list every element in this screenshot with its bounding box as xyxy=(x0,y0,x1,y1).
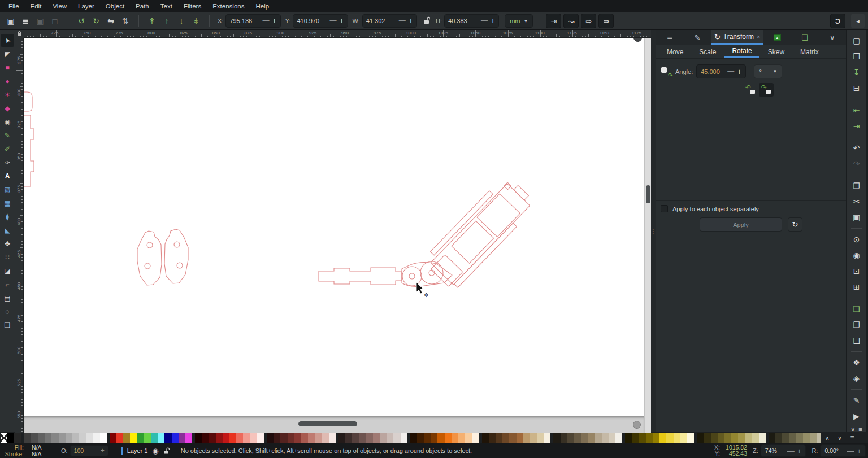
color-swatch[interactable] xyxy=(417,433,424,443)
snap-toggle-button[interactable]: Ɔ xyxy=(830,14,845,28)
node-tool[interactable]: ◤ xyxy=(1,47,14,60)
menu-filters[interactable]: Filters xyxy=(178,0,207,12)
rotation-value[interactable]: 0.00° xyxy=(824,447,843,454)
move-patterns-toggle[interactable]: ↝ xyxy=(563,14,579,28)
apply-separately-checkbox[interactable] xyxy=(661,205,668,212)
color-swatch[interactable] xyxy=(345,433,352,443)
color-swatch[interactable] xyxy=(567,433,574,443)
color-swatch[interactable] xyxy=(24,433,31,443)
color-swatch[interactable] xyxy=(229,433,236,443)
connector-tool[interactable]: ⌐ xyxy=(1,278,14,291)
deselect-button[interactable]: ▣ xyxy=(33,14,47,28)
fill-stroke-tab[interactable]: ✎ xyxy=(684,30,711,45)
color-swatch[interactable] xyxy=(574,433,581,443)
select-all-button[interactable]: ▣ xyxy=(3,14,18,28)
pen-tool[interactable]: ✐ xyxy=(1,142,14,155)
color-swatch[interactable] xyxy=(257,433,264,443)
zoom-selection-button[interactable]: ⊙ xyxy=(849,233,864,246)
color-swatch[interactable] xyxy=(393,433,400,443)
color-swatch[interactable] xyxy=(530,433,537,443)
color-swatch[interactable] xyxy=(172,433,179,443)
color-swatch[interactable] xyxy=(14,433,21,443)
color-swatch[interactable] xyxy=(489,433,496,443)
color-swatch[interactable] xyxy=(718,433,724,443)
menu-object[interactable]: Object xyxy=(100,0,130,12)
color-swatch[interactable] xyxy=(387,433,393,443)
color-swatch[interactable] xyxy=(288,433,294,443)
stroke-value[interactable]: N/A xyxy=(32,451,54,457)
color-swatch[interactable] xyxy=(431,433,437,443)
menu-edit[interactable]: Edit xyxy=(25,0,47,12)
drawing[interactable] xyxy=(24,38,644,432)
color-swatch[interactable] xyxy=(352,433,359,443)
angle-increment[interactable]: + xyxy=(737,67,741,76)
color-swatch[interactable] xyxy=(458,433,465,443)
transform-tab[interactable]: ↻Transform× xyxy=(711,30,763,45)
color-swatch[interactable] xyxy=(680,433,687,443)
color-swatch[interactable] xyxy=(123,433,130,443)
color-swatch[interactable] xyxy=(366,433,373,443)
angle-decrement[interactable]: — xyxy=(727,67,734,76)
w-field-value[interactable]: 41.302 xyxy=(366,18,396,24)
opacity-value[interactable]: 100 xyxy=(74,447,88,454)
menu-help[interactable]: Help xyxy=(250,0,275,12)
tweak-tool[interactable]: ✥ xyxy=(1,237,14,250)
select-bounding-box-button[interactable]: ◻ xyxy=(47,14,62,28)
color-swatch[interactable] xyxy=(72,433,79,443)
x-field[interactable]: 795.136—+ xyxy=(225,14,280,28)
unlink-clone-button[interactable]: ❑ xyxy=(849,334,864,347)
rotate-clockwise-button[interactable]: ↷ xyxy=(759,83,774,97)
lock-ratio-toggle[interactable] xyxy=(423,16,430,25)
commands-collapse-icon[interactable]: ∨ xyxy=(850,426,855,433)
move-gradients-toggle[interactable]: ⇥ xyxy=(546,14,561,28)
canvas-scroll-lock-button[interactable] xyxy=(633,421,641,429)
tab-matrix[interactable]: Matrix xyxy=(793,45,826,58)
color-swatch[interactable] xyxy=(653,433,659,443)
vertical-scrollbar[interactable] xyxy=(644,38,651,433)
h-field[interactable]: 40.383—+ xyxy=(444,14,499,28)
color-swatch[interactable] xyxy=(745,433,752,443)
current-layer-label[interactable]: Layer 1 xyxy=(127,447,148,454)
vertical-ruler[interactable]: 275300325350375400425450475500525550 xyxy=(15,38,24,433)
palette-scroll-up-button[interactable]: ∧ xyxy=(821,433,834,443)
color-swatch[interactable] xyxy=(243,433,250,443)
color-swatch[interactable] xyxy=(59,433,66,443)
group-button[interactable]: ❖ xyxy=(849,356,864,369)
color-swatch[interactable] xyxy=(380,433,387,443)
layer-lock-icon[interactable] xyxy=(163,447,170,454)
color-swatch[interactable] xyxy=(496,433,502,443)
w-field[interactable]: 41.302—+ xyxy=(362,14,417,28)
color-swatch[interactable] xyxy=(158,433,164,443)
angle-unit-dropdown[interactable]: ° ▼ xyxy=(754,64,782,78)
layer-visibility-icon[interactable]: ◉ xyxy=(152,447,158,455)
h-field-decrement[interactable]: — xyxy=(481,16,488,25)
vertical-scrollbar-thumb[interactable] xyxy=(646,185,650,203)
color-swatch[interactable] xyxy=(437,433,444,443)
toolbar-collapse-button[interactable]: ◂ xyxy=(851,14,865,28)
duplicate-button[interactable]: ❏ xyxy=(849,303,864,315)
cut-button[interactable]: ✂ xyxy=(849,195,864,208)
gradient-tool[interactable]: ▧ xyxy=(1,183,14,196)
flip-horizontal-button[interactable]: ⇋ xyxy=(103,14,118,28)
color-swatch[interactable] xyxy=(164,433,171,443)
color-swatch[interactable] xyxy=(151,433,158,443)
color-swatch[interactable] xyxy=(79,433,86,443)
color-swatch[interactable] xyxy=(711,433,718,443)
h-field-increment[interactable]: + xyxy=(491,16,495,25)
commands-menu-icon[interactable]: ≡ xyxy=(858,426,862,433)
color-swatch[interactable] xyxy=(66,433,72,443)
color-swatch[interactable] xyxy=(687,433,694,443)
box3d-tool[interactable]: ◆ xyxy=(1,102,14,115)
color-swatch[interactable] xyxy=(561,433,567,443)
calligraphy-tool[interactable]: ✑ xyxy=(1,156,14,169)
color-swatch[interactable] xyxy=(329,433,336,443)
menu-file[interactable]: File xyxy=(3,0,25,12)
palette-menu-button[interactable]: ≡ xyxy=(846,433,858,443)
color-swatch[interactable] xyxy=(752,433,759,443)
zoom-increment[interactable]: + xyxy=(797,447,802,455)
close-icon[interactable]: × xyxy=(757,33,760,40)
color-swatch[interactable] xyxy=(223,433,229,443)
spray-tool[interactable]: ∷ xyxy=(1,251,14,264)
color-swatch[interactable] xyxy=(803,433,810,443)
horizontal-ruler[interactable]: 7257507758008258508759009259509751000102… xyxy=(24,30,651,38)
